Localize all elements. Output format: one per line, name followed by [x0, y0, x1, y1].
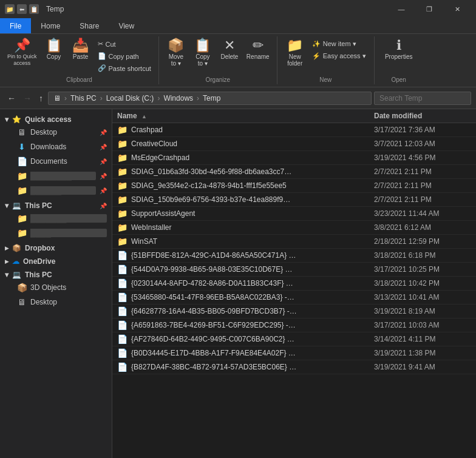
move-to-button[interactable]: 📦 Moveto ▾: [164, 38, 188, 68]
file-name: CreativeCloud: [131, 140, 374, 148]
path-windows[interactable]: Windows: [163, 94, 193, 103]
table-row[interactable]: 📁SDIAG_01b6a3fd-30bd-4e56-9f88-db6aea3cc…: [112, 165, 476, 179]
path-local-disk[interactable]: Local Disk (C:): [106, 94, 154, 103]
file-icon: 📄: [117, 292, 127, 302]
sidebar-item-desktop-bottom[interactable]: 🖥 Desktop: [0, 295, 112, 309]
address-path[interactable]: 🖥 › This PC › Local Disk (C:) › Windows …: [48, 92, 372, 105]
sidebar-item-downloads[interactable]: ⬇ Downloads 📌: [0, 140, 112, 154]
file-icon: 📄: [117, 334, 127, 344]
sidebar-item-dropbox[interactable]: ▸ 📦 Dropbox: [0, 240, 112, 254]
paste-shortcut-icon: 🔗: [98, 64, 106, 72]
sidebar-item-pc-folder1[interactable]: 📁 ███████: [0, 211, 112, 226]
col-name-header[interactable]: Name ▲: [117, 112, 374, 120]
up-button[interactable]: ↑: [36, 91, 46, 106]
copy-to-button[interactable]: 📋 Copyto ▾: [191, 38, 215, 68]
table-row[interactable]: 📄{53465880-4541-47F8-96EB-B5A8AC022BA3} …: [112, 291, 476, 305]
path-temp[interactable]: Temp: [203, 94, 220, 103]
table-row[interactable]: 📁Crashpad3/17/2021 7:36 AM: [112, 123, 476, 137]
3d-objects-icon: 📦: [17, 283, 27, 292]
table-row[interactable]: 📄{A6591863-7BE4-4269-BF51-C6F929EDC295} …: [112, 318, 476, 332]
onedrive-icon: ☁: [12, 257, 19, 266]
table-row[interactable]: 📄{B0D34445-E17D-4BB8-A1F7-F9AE84E4A02F} …: [112, 346, 476, 360]
pin-to-quick-access-button[interactable]: 📌 Pin to Quickaccess: [5, 38, 39, 68]
table-row[interactable]: 📁MsEdgeCrashpad3/19/2021 4:56 PM: [112, 151, 476, 165]
sidebar-item-folder2[interactable]: 📁 ██████ 📌: [0, 183, 112, 198]
quick-access-expand-icon: ▾: [5, 115, 8, 124]
table-row[interactable]: 📄{023014A4-8AFD-4782-8A86-D0A11B83C43F} …: [112, 277, 476, 291]
new-folder-button[interactable]: 📁 Newfolder: [283, 38, 307, 68]
onedrive-expand-icon: ▸: [5, 257, 8, 266]
file-date: 3/17/2021 10:25 PM: [374, 265, 471, 274]
file-date: 3/14/2021 4:11 PM: [374, 335, 471, 343]
move-to-icon: 📦: [168, 39, 184, 52]
table-row[interactable]: 📁SDIAG_9e35f4e2-c12a-4878-94b1-fff1f5e55…: [112, 179, 476, 193]
table-row[interactable]: 📁CreativeCloud3/7/2021 12:03 AM: [112, 137, 476, 151]
paste-button[interactable]: 📥 Paste: [69, 38, 93, 61]
this-pc-label-top: This PC: [25, 201, 52, 210]
table-row[interactable]: 📁SDIAG_150b9e69-6756-4393-b37e-41ea889f9…: [112, 193, 476, 207]
back-button[interactable]: ←: [5, 91, 18, 106]
this-pc2-expand-icon: ▾: [5, 271, 8, 279]
sidebar-item-pc-folder2[interactable]: 📁 ████: [0, 226, 112, 240]
minimize-button[interactable]: —: [387, 0, 415, 18]
new-item-icon: ✨: [312, 40, 321, 48]
sidebar-item-quick-access[interactable]: ▾ ⭐ Quick access: [0, 112, 112, 125]
file-date: 3/19/2021 8:19 AM: [374, 307, 471, 315]
pc-folder1-label: ███████: [30, 214, 107, 223]
delete-icon: ✕: [224, 39, 235, 52]
file-name: {A6591863-7BE4-4269-BF51-C6F929EDC295} -…: [131, 321, 374, 329]
table-row[interactable]: 📄{51BFFD8E-812A-429C-A1D4-86A5A50C471A} …: [112, 249, 476, 263]
tab-view[interactable]: View: [109, 18, 144, 33]
file-icon: 📄: [117, 348, 127, 358]
table-row[interactable]: 📁SupportAssistAgent3/23/2021 11:44 AM: [112, 207, 476, 221]
new-group: 📁 Newfolder ✨ New item ▾ ⚡ Easy access ▾…: [277, 36, 375, 84]
paste-shortcut-button[interactable]: 🔗 Paste shortcut: [95, 63, 154, 73]
table-row[interactable]: 📁WinSAT2/18/2021 12:59 PM: [112, 235, 476, 249]
col-date-header[interactable]: Date modified: [374, 112, 471, 120]
file-date: 2/18/2021 12:59 PM: [374, 237, 471, 246]
copy-path-button[interactable]: 📄 Copy path: [95, 51, 154, 61]
file-list-container: Name ▲ Date modified 📁Crashpad3/17/2021 …: [112, 109, 476, 458]
sidebar-item-documents[interactable]: 📄 Documents 📌: [0, 154, 112, 169]
tab-home[interactable]: Home: [31, 18, 70, 33]
copy-to-icon: 📋: [194, 39, 211, 52]
copy-path-label: Copy path: [109, 53, 139, 60]
close-button[interactable]: ✕: [443, 0, 471, 18]
table-row[interactable]: 📄{64628778-16A4-4B35-BB05-09BFD7BCD3B7} …: [112, 305, 476, 318]
sidebar-item-folder1[interactable]: 📁 ████████ 📌: [0, 169, 112, 183]
sidebar-item-desktop[interactable]: 🖥 Desktop 📌: [0, 125, 112, 140]
copy-button[interactable]: 📋 Copy: [42, 38, 66, 61]
forward-button[interactable]: →: [21, 91, 34, 106]
easy-access-button[interactable]: ⚡ Easy access ▾: [310, 51, 369, 61]
new-item-button[interactable]: ✨ New item ▾: [310, 39, 369, 49]
pc-folder2-icon: 📁: [17, 228, 27, 238]
delete-button[interactable]: ✕ Delete: [217, 38, 242, 61]
this-pc-expand-icon: ▾: [5, 201, 8, 210]
file-date: 2/7/2021 2:11 PM: [374, 181, 471, 190]
table-row[interactable]: 📄{544D0A79-9938-4B65-9A88-03E35C10D67E} …: [112, 263, 476, 277]
copy-to-label: Copyto ▾: [195, 53, 209, 67]
maximize-button[interactable]: ❐: [415, 0, 443, 18]
table-row[interactable]: 📁WebInstaller3/8/2021 6:12 AM: [112, 221, 476, 235]
move-to-label: Moveto ▾: [169, 53, 183, 67]
cut-button[interactable]: ✂ Cut: [95, 39, 154, 49]
tab-file[interactable]: File: [0, 18, 31, 33]
quick-access-label: Quick access: [25, 115, 72, 124]
search-input[interactable]: [374, 92, 471, 105]
ribbon: 📌 Pin to Quickaccess 📋 Copy 📥 Paste ✂ Cu…: [0, 34, 476, 87]
table-row[interactable]: 📄{AF27846D-64B2-449C-9495-C007C6BA90C2} …: [112, 332, 476, 346]
sidebar-item-this-pc-bottom[interactable]: ▾ 💻 This PC: [0, 267, 112, 280]
properties-button[interactable]: ℹ Properties: [382, 38, 415, 61]
window-title: Temp: [46, 5, 64, 13]
rename-button[interactable]: ✏ Rename: [244, 38, 272, 61]
table-row[interactable]: 📄{B827DA4F-38BC-4B72-9714-57AD3E5BC06E} …: [112, 360, 476, 374]
rename-label: Rename: [246, 53, 270, 60]
title-bar-icons: 📁 ⬅ 📋: [5, 4, 39, 14]
tab-share[interactable]: Share: [70, 18, 109, 33]
sidebar-item-onedrive[interactable]: ▸ ☁ OneDrive: [0, 254, 112, 267]
folder-icon: 📁: [117, 223, 127, 232]
app-icon-3: 📋: [29, 4, 39, 14]
sidebar-item-3d-objects[interactable]: 📦 3D Objects: [0, 280, 112, 295]
path-this-pc[interactable]: This PC: [70, 94, 97, 103]
sidebar-item-this-pc-top[interactable]: ▾ 💻 This PC 📌: [0, 198, 112, 211]
